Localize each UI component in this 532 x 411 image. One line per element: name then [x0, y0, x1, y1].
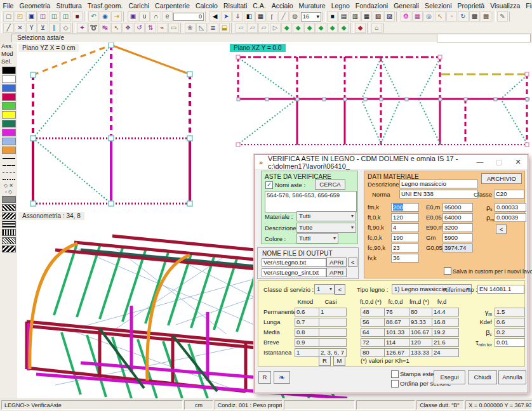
- solid-cube-5-icon[interactable]: ◆: [327, 23, 338, 33]
- undo-icon[interactable]: ↶: [88, 11, 99, 22]
- cell-istantanea-ft0d[interactable]: 80: [361, 348, 386, 357]
- hatch-swatch-3[interactable]: [2, 221, 16, 228]
- cell-lunga-fvd[interactable]: 16.8: [432, 318, 459, 327]
- menu-finestre[interactable]: Finestre: [523, 1, 532, 10]
- cell-lunga-fc0d[interactable]: 88.67: [384, 318, 411, 327]
- color-swatch-1[interactable]: [2, 75, 16, 83]
- cell-lunga-kmod[interactable]: 0.7: [295, 318, 320, 327]
- fill-icon[interactable]: ◀: [209, 11, 220, 22]
- cell-lunga-ft0d[interactable]: 56: [361, 318, 386, 327]
- esegui-button[interactable]: Esegui: [434, 370, 465, 384]
- annotate-icon[interactable]: ✎: [497, 11, 508, 22]
- rotate-icon[interactable]: ↻: [458, 11, 469, 22]
- edit-6-icon[interactable]: ↺: [134, 23, 145, 33]
- aste-list-input[interactable]: 564-578, 586-653, 656-659: [265, 191, 357, 212]
- linestyle-swatch-1[interactable]: [2, 162, 16, 168]
- minimize-icon[interactable]: —: [470, 155, 489, 169]
- color-swatch-7[interactable]: [2, 129, 16, 136]
- edit-9-icon[interactable]: ▭: [168, 23, 179, 33]
- frame-icon[interactable]: ▫: [446, 11, 457, 22]
- list-icon[interactable]: ≣: [208, 23, 218, 33]
- down-arrow-icon[interactable]: ⇓: [232, 11, 243, 22]
- param-input-2[interactable]: 0.2: [495, 328, 525, 337]
- hatch-swatch-5[interactable]: [2, 237, 16, 244]
- size-select[interactable]: 16▾: [301, 12, 321, 22]
- cell-media-fmd[interactable]: 106.67: [409, 328, 434, 337]
- hatch-swatch-1[interactable]: [2, 204, 16, 211]
- redo-icon[interactable]: ⇥: [111, 11, 122, 22]
- sidebar-mode-sel[interactable]: Sel.: [0, 58, 17, 65]
- save-icon[interactable]: ▣: [26, 11, 37, 22]
- cell-media-ft0d[interactable]: 64: [361, 328, 386, 337]
- hatch-swatch-4[interactable]: [2, 229, 16, 236]
- stampa-estesa-checkbox[interactable]: [391, 370, 399, 378]
- print-icon[interactable]: ❧: [274, 371, 290, 384]
- color-swatch-2[interactable]: [2, 84, 16, 92]
- collapse-materiale-button[interactable]: <: [496, 225, 507, 234]
- linestyle-swatch-2[interactable]: [2, 169, 16, 175]
- structure-icon[interactable]: ⌂: [371, 23, 382, 33]
- cell-permanente-ft0d[interactable]: 48: [361, 308, 386, 316]
- cell-lunga-casi[interactable]: [319, 318, 347, 327]
- db-import-icon[interactable]: ◫: [37, 11, 48, 22]
- param-input-0[interactable]: 1.5: [495, 308, 525, 316]
- cell-media-kmod[interactable]: 0.8: [295, 328, 320, 337]
- apri-file2-button[interactable]: APRI: [326, 268, 347, 277]
- palette-icon[interactable]: ▣: [128, 11, 138, 22]
- prop-ft90k-input[interactable]: 4: [391, 223, 419, 232]
- eraser-icon[interactable]: ◆: [355, 23, 366, 33]
- view-1-icon[interactable]: ■: [327, 11, 338, 22]
- cell-breve-casi[interactable]: [319, 338, 347, 347]
- props-icon[interactable]: ❀: [185, 23, 196, 33]
- prop-ft0k-input[interactable]: 120: [391, 213, 419, 222]
- prop-fmk-input[interactable]: 200: [391, 203, 419, 212]
- cell-breve-ft0d[interactable]: 72: [361, 338, 386, 347]
- close-icon[interactable]: ✕: [509, 155, 528, 169]
- archivio-button[interactable]: ARCHIVIO: [481, 173, 522, 184]
- cell-breve-fc0d[interactable]: 114: [384, 338, 411, 347]
- measure-icon[interactable]: ╱: [278, 11, 289, 22]
- bw-view-icon[interactable]: ◧: [244, 11, 255, 22]
- cell-permanente-fc0d[interactable]: 76: [384, 308, 411, 316]
- cell-media-fc0d[interactable]: 101.33: [384, 328, 411, 337]
- edit-4-icon[interactable]: ➴: [111, 23, 122, 33]
- ordina-sezione-checkbox[interactable]: [391, 380, 399, 388]
- cell-permanente-casi[interactable]: 1: [319, 308, 347, 316]
- edit-8-icon[interactable]: ⌁: [157, 23, 168, 33]
- zoom-icon[interactable]: ◎: [423, 11, 434, 22]
- linestyle-swatch-0[interactable]: [2, 155, 16, 161]
- line-icon[interactable]: ╱: [3, 23, 14, 33]
- hatch-swatch-2[interactable]: [2, 212, 16, 219]
- annulla-button[interactable]: Annulla: [498, 370, 526, 384]
- view-4-icon[interactable]: ▦: [361, 11, 372, 22]
- viewport-yz[interactable]: Piano YZ X = 0 cm: [17, 42, 229, 211]
- menu-selezioni[interactable]: Selezioni: [422, 1, 455, 10]
- cell-breve-fmd[interactable]: 120: [409, 338, 434, 347]
- db-sync-icon[interactable]: ◫: [60, 11, 71, 22]
- color-swatch-6[interactable]: [2, 120, 16, 127]
- cell-istantanea-fmd[interactable]: 133.33: [409, 348, 434, 357]
- n-tool-icon[interactable]: ∩: [150, 11, 161, 22]
- z-constraint-icon[interactable]: ⊻: [37, 23, 48, 33]
- edit-7-icon[interactable]: ⇅: [145, 23, 156, 33]
- polygon-icon[interactable]: ◇: [60, 23, 71, 33]
- menu-murature[interactable]: Murature: [296, 1, 328, 10]
- prop-G005-input[interactable]: 3974.74: [442, 244, 473, 252]
- classe-input[interactable]: C20: [494, 190, 524, 199]
- cerca-button[interactable]: CERCA: [315, 179, 345, 190]
- wire-cube-1-icon[interactable]: ▱: [236, 23, 246, 33]
- solid-cube-4-icon[interactable]: ◆: [316, 23, 326, 33]
- classe-servizio-select[interactable]: 1▾: [314, 284, 335, 294]
- salva-custom-checkbox[interactable]: [444, 267, 451, 275]
- sidebar-mode-ass[interactable]: Ass.: [0, 42, 17, 50]
- collapse-output-button[interactable]: <: [348, 258, 357, 267]
- prop-rho-m-input[interactable]: 0.00039: [495, 213, 526, 222]
- hatch-swatch-0[interactable]: [2, 196, 16, 203]
- output-file2-input[interactable]: VerAstLegno_sint.txt: [262, 268, 326, 277]
- render-1-icon[interactable]: ❂: [401, 11, 411, 22]
- param-input-1[interactable]: 0.6: [495, 318, 525, 327]
- cell-istantanea-fvd[interactable]: 24: [432, 348, 459, 357]
- descrizione-materiale-input[interactable]: Legno massiccio: [399, 179, 478, 188]
- y-constraint-icon[interactable]: Y: [26, 23, 37, 33]
- cell-istantanea-fc0d[interactable]: 126.67: [384, 348, 411, 357]
